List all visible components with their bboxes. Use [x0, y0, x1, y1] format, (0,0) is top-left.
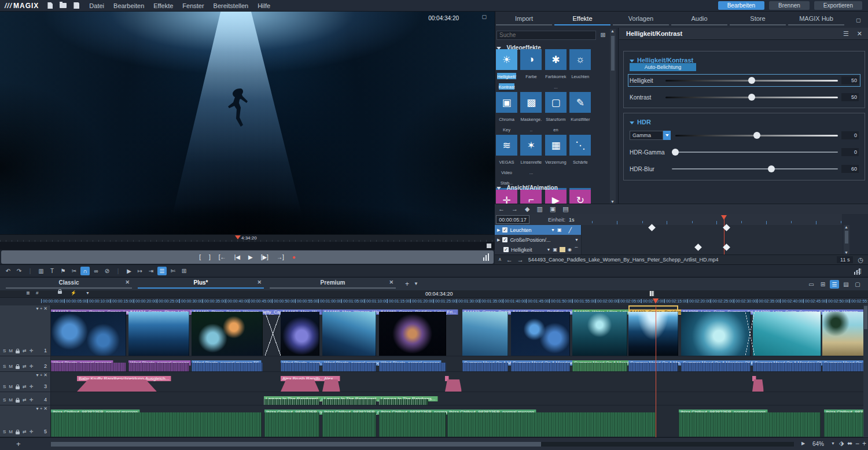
range-end-button[interactable]: ] [209, 254, 211, 260]
mute-button[interactable]: M [9, 364, 13, 369]
hdr-blur-value[interactable]: 60 [841, 165, 859, 173]
close-tab-icon[interactable]: ✕ [389, 279, 393, 285]
preview-ruler[interactable]: 4:34:20 [0, 234, 495, 242]
track-number-icon[interactable]: # [36, 291, 38, 296]
paste-keyframe-icon[interactable]: ▤ [562, 206, 568, 212]
video-clip[interactable]: 544460_Picnic_Basket_Woman_Jetty_Car [192, 305, 263, 356]
mouse-mode-all-tracks-icon[interactable]: ▶ [124, 267, 134, 275]
video-clip[interactable]: 544486_Canoe_Paddles_Lak... [511, 305, 570, 356]
audio-clip[interactable]: Laguna In The Rainforest _n... [264, 392, 319, 405]
audio-clip[interactable]: Wind Blasts_normal.mxcogg TS [192, 356, 263, 371]
zoom-level[interactable]: 64% [812, 441, 824, 447]
delete-keyframe-icon[interactable]: ▥ [536, 206, 542, 212]
move-track-icon[interactable]: ✛ [30, 364, 34, 369]
mute-button[interactable]: M [9, 384, 13, 389]
box-header[interactable]: HDR [624, 113, 865, 127]
record-button[interactable]: ● [292, 254, 296, 260]
arrangement-tab[interactable]: Plus* ✕ [138, 279, 264, 289]
close-tab-icon[interactable]: ✕ [125, 279, 130, 285]
lock-track-icon[interactable] [16, 400, 20, 403]
effect-tile-schaerfe[interactable]: ⋱ Schärfe [569, 135, 591, 166]
separator[interactable]: | [113, 267, 123, 275]
scroll-down-icon[interactable]: ▼ [610, 200, 615, 204]
track-header[interactable]: ▾+✕ S M ⇄ ✛ 1 [0, 305, 51, 356]
scrollbar-handle[interactable] [845, 231, 848, 244]
hdr-blur-slider[interactable] [672, 165, 838, 173]
mode-button[interactable]: Brennen [769, 1, 810, 10]
gamma-dropdown-arrow-icon[interactable] [663, 131, 671, 140]
separator[interactable]: | [25, 267, 35, 275]
panel-options-icon[interactable]: ▢ [856, 18, 861, 23]
save-project-icon[interactable] [73, 2, 79, 9]
tab-menu-icon[interactable]: ▼ [414, 282, 418, 286]
play-button[interactable]: ▶ [248, 254, 253, 260]
preview-playhead-marker[interactable] [235, 235, 241, 239]
slider-thumb[interactable] [748, 94, 755, 101]
curve-icon[interactable]: ╱ [569, 227, 572, 233]
scrollbar-handle[interactable] [864, 306, 867, 329]
next-keyframe-icon[interactable]: → [512, 206, 518, 212]
solo-button[interactable]: S [3, 384, 6, 389]
audio-clip[interactable]: Summer Mood On A Meadow... [511, 356, 570, 371]
expander-icon[interactable]: ▶ [497, 238, 500, 242]
effect-tile-verzerrung[interactable]: ▦ Verzerrung [545, 135, 567, 166]
multicam-view-icon[interactable]: ▢ [853, 280, 862, 289]
effect-tile-farbe[interactable]: ◑ Farbe [520, 49, 542, 80]
crossfade-handle[interactable] [745, 312, 755, 356]
checkbox-checked-icon[interactable]: ✓ [502, 237, 507, 242]
video-clip[interactable]: 564320_Women... [822, 305, 868, 356]
set-marker-icon[interactable]: ⚑ [58, 267, 68, 275]
slider-thumb[interactable] [753, 132, 760, 139]
crossfade-handle[interactable] [265, 312, 281, 356]
audio-clip[interactable]: Summer Mood On A Me... [628, 356, 678, 371]
delete-object-icon[interactable]: ▥ [36, 267, 46, 275]
effect-tile-helligkeit-kontrast[interactable]: ☀ Helligkeit/ Kontrast [496, 49, 517, 91]
keyframe-diamond[interactable] [694, 244, 702, 251]
remove-track-icon[interactable]: ✕ [43, 406, 49, 411]
track-list-icon[interactable]: ≣ [26, 291, 30, 296]
anim-tile-kamerafahrt[interactable]: ▶ [545, 190, 567, 204]
range-start-button[interactable]: [ [199, 254, 201, 260]
jump-range-start-button[interactable]: [← [219, 254, 226, 260]
scroll-up-icon[interactable]: ▲ [610, 29, 615, 33]
audio-clip[interactable]: Ibiza Chillout_983823EB_normal... [379, 405, 446, 437]
group-objects-icon[interactable]: ∞ [91, 267, 101, 275]
keyframe-lane[interactable] [582, 215, 842, 254]
effect-tile-stanzformen[interactable]: ▢ Stanzformen [545, 92, 567, 134]
effect-tile-chroma-key[interactable]: ▣ Chroma Key [496, 92, 517, 134]
video-clip[interactable]: 544469_Canoe_Paddles_Lake_Fri... [379, 305, 446, 356]
video-clip[interactable]: 544417_Woman_Rowing_Canoe_Lake_By_H... [51, 305, 126, 356]
audio-clip[interactable]: Wind Blasts_normal.mxcogg [51, 356, 126, 371]
effect-tile-kunstfilter[interactable]: ✎ Kunstfilter [569, 92, 591, 123]
audio-clip[interactable]: Wind Blasts_normal.mxcogg [322, 356, 376, 371]
anim-tile-position-groesse[interactable]: ✛ [496, 190, 517, 204]
audio-clip[interactable]: Summer Mood On A Meadow Of Flower [681, 356, 751, 371]
lock-track-icon[interactable] [16, 431, 20, 434]
scrollbar-handle[interactable] [51, 442, 541, 447]
menu-item[interactable]: Fenster [178, 2, 208, 9]
resize-track-icon[interactable]: ⇄ [23, 348, 27, 353]
expand-icon[interactable]: ▶ [801, 441, 805, 446]
audio-clip[interactable]: Summer Mood On A Meadow... [572, 356, 627, 371]
timeline-view-icon[interactable]: ☰ [830, 280, 839, 289]
effect-tile-farbkorrektur[interactable]: ✱ Farbkorrek... [545, 49, 567, 91]
audio-clip[interactable]: Laguna In The Rainfores... [379, 392, 428, 405]
keyframe-options-icon[interactable]: ▣ [557, 227, 562, 233]
mode-button[interactable]: Bearbeiten [718, 1, 764, 10]
slider-thumb[interactable] [672, 149, 679, 156]
expander-icon[interactable]: ▶ [497, 228, 500, 233]
video-clip[interactable]: 544468_Man_Women_Wo... [322, 305, 376, 356]
solo-button[interactable]: S [3, 348, 6, 353]
title-clip[interactable] [445, 372, 462, 392]
snap-toggle-icon[interactable]: ∩ [80, 267, 90, 275]
title-clip[interactable] [752, 372, 764, 392]
arrangement-tab[interactable]: Classic ✕ [6, 279, 132, 289]
add-keyframe-icon[interactable]: ◆ [525, 206, 529, 212]
audio-clip[interactable]: Wind Blasts_normal.mxcogg [128, 356, 189, 371]
eye-icon[interactable]: ◉ [568, 247, 572, 252]
audio-clip[interactable]: Ibiza Chillout_983... [824, 405, 868, 437]
chapter-marker-icon[interactable] [649, 291, 654, 296]
audio-clip[interactable]: Ibiza Chillout_983823EB_n... [322, 405, 376, 437]
lock-track-icon[interactable] [16, 366, 20, 369]
open-project-icon[interactable] [60, 3, 67, 8]
